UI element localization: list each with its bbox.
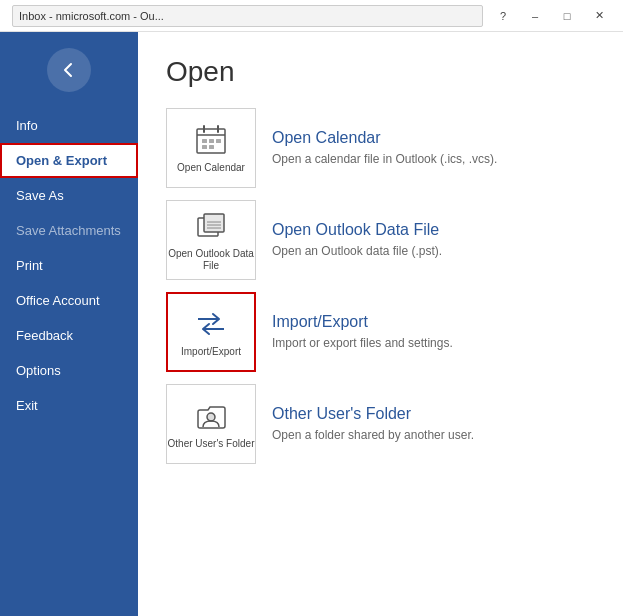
sidebar-item-save-as[interactable]: Save As <box>0 178 138 213</box>
import-export-desc: Import or export files and settings. <box>272 335 595 352</box>
sidebar-item-save-attachments[interactable]: Save Attachments <box>0 213 138 248</box>
import-export-button[interactable]: Import/Export <box>166 292 256 372</box>
open-calendar-icon-label: Open Calendar <box>177 162 245 174</box>
back-button[interactable] <box>47 48 91 92</box>
svg-point-16 <box>207 413 215 421</box>
open-outlook-data-text: Open Outlook Data File Open an Outlook d… <box>272 221 595 260</box>
sidebar-item-exit[interactable]: Exit <box>0 388 138 423</box>
svg-rect-6 <box>216 139 221 143</box>
sidebar-item-info[interactable]: Info <box>0 108 138 143</box>
other-users-folder-button[interactable]: Other User's Folder <box>166 384 256 464</box>
sidebar-item-office-account[interactable]: Office Account <box>0 283 138 318</box>
title-bar: Inbox - nmicrosoft.com - Ou... ? – □ ✕ <box>0 0 623 32</box>
open-outlook-data-desc: Open an Outlook data file (.pst). <box>272 243 595 260</box>
open-outlook-data-button[interactable]: Open Outlook Data File <box>166 200 256 280</box>
other-users-folder-icon-label: Other User's Folder <box>168 438 255 450</box>
minimize-button[interactable]: – <box>519 0 551 32</box>
maximize-button[interactable]: □ <box>551 0 583 32</box>
import-export-title[interactable]: Import/Export <box>272 313 595 331</box>
svg-rect-4 <box>202 139 207 143</box>
open-calendar-desc: Open a calendar file in Outlook (.ics, .… <box>272 151 595 168</box>
other-users-folder-text: Other User's Folder Open a folder shared… <box>272 405 595 444</box>
content-area: Open Open Calendar Open Calendar <box>138 32 623 616</box>
open-outlook-data-title[interactable]: Open Outlook Data File <box>272 221 595 239</box>
import-export-text: Import/Export Import or export files and… <box>272 313 595 352</box>
page-title: Open <box>166 56 595 88</box>
open-calendar-text: Open Calendar Open a calendar file in Ou… <box>272 129 595 168</box>
other-users-folder-desc: Open a folder shared by another user. <box>272 427 595 444</box>
close-button[interactable]: ✕ <box>583 0 615 32</box>
help-button[interactable]: ? <box>487 0 519 32</box>
sidebar-item-options[interactable]: Options <box>0 353 138 388</box>
window-controls: ? – □ ✕ <box>487 0 615 32</box>
tab-label: Inbox - nmicrosoft.com - Ou... <box>19 10 164 22</box>
option-card-open-calendar: Open Calendar Open Calendar Open a calen… <box>166 108 595 188</box>
import-export-icon-label: Import/Export <box>181 346 241 358</box>
sidebar-item-print[interactable]: Print <box>0 248 138 283</box>
open-calendar-title[interactable]: Open Calendar <box>272 129 595 147</box>
open-calendar-button[interactable]: Open Calendar <box>166 108 256 188</box>
option-card-other-users-folder: Other User's Folder Other User's Folder … <box>166 384 595 464</box>
sidebar: Info Open & Export Save As Save Attachme… <box>0 32 138 616</box>
svg-rect-8 <box>209 145 214 149</box>
svg-rect-10 <box>204 214 224 232</box>
other-users-folder-title[interactable]: Other User's Folder <box>272 405 595 423</box>
address-bar: Inbox - nmicrosoft.com - Ou... <box>12 5 483 27</box>
option-card-import-export: Import/Export Import/Export Import or ex… <box>166 292 595 372</box>
svg-rect-5 <box>209 139 214 143</box>
sidebar-item-feedback[interactable]: Feedback <box>0 318 138 353</box>
sidebar-item-open-export[interactable]: Open & Export <box>0 143 138 178</box>
svg-rect-7 <box>202 145 207 149</box>
option-card-open-outlook-data: Open Outlook Data File Open Outlook Data… <box>166 200 595 280</box>
app-body: Info Open & Export Save As Save Attachme… <box>0 32 623 616</box>
open-outlook-data-icon-label: Open Outlook Data File <box>167 248 255 272</box>
